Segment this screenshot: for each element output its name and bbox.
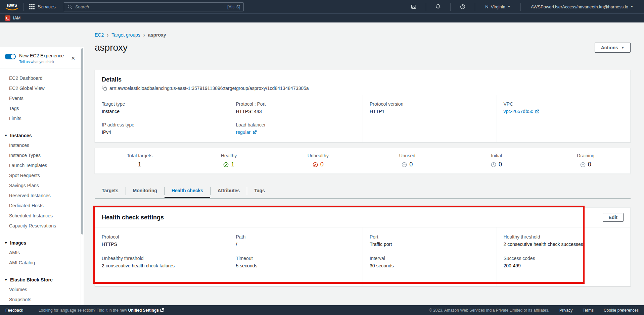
cloudshell-button[interactable] <box>407 4 420 9</box>
notifications-button[interactable] <box>431 4 445 9</box>
language-selection-note: Looking for language selection? Find it … <box>39 308 164 313</box>
sidebar-item-limits[interactable]: Limits <box>0 113 81 123</box>
sidebar-item-savings-plans[interactable]: Savings Plans <box>0 180 81 191</box>
new-experience-toggle[interactable] <box>5 54 16 59</box>
sidebar-item-launch-templates[interactable]: Launch Templates <box>0 160 81 170</box>
actions-button-label: Actions <box>601 45 618 50</box>
stat-value: 0 <box>499 161 502 168</box>
stat-unused: Unused 0 <box>363 153 452 168</box>
check-circle-icon <box>223 162 229 167</box>
sidebar-item-spot-requests[interactable]: Spot Requests <box>0 170 81 180</box>
x-circle-icon <box>313 162 318 167</box>
health-timeout-label: Timeout <box>236 256 356 261</box>
copyright-text: © 2023, Amazon Web Services India Privat… <box>429 308 549 313</box>
stat-label: Unhealthy <box>273 153 363 158</box>
account-label: AWSPowerUserAccess/navaneeth.kn@harness.… <box>531 4 628 9</box>
details-panel: Details arn:aws:elasticloadbalancing:us-… <box>95 70 631 143</box>
tab-bar: TargetsMonitoringHealth checksAttributes… <box>95 184 631 199</box>
details-protocol-version-label: Protocol version <box>370 101 490 107</box>
stat-label: Unused <box>363 153 452 158</box>
sidebar-item-ec2-dashboard[interactable]: EC2 Dashboard <box>0 73 81 83</box>
sidebar-item-ami-catalog[interactable]: AMI Catalog <box>0 258 81 268</box>
sidebar-item-capacity-reservations[interactable]: Capacity Reservations <box>0 221 81 231</box>
sidebar-item-tags[interactable]: Tags <box>0 103 81 113</box>
unified-settings-link[interactable]: Unified Settings <box>128 308 159 313</box>
search-input[interactable] <box>75 4 225 9</box>
nav-divider <box>24 3 24 11</box>
chevron-down-icon: ▼ <box>4 278 8 281</box>
details-load-balancer-label: Load balancer <box>236 122 356 127</box>
health-check-section: Health check settings Edit ProtocolHTTPS… <box>95 207 631 286</box>
tab-monitoring[interactable]: Monitoring <box>126 184 164 198</box>
details-vpc-link[interactable]: vpc-2657db5c <box>504 109 533 114</box>
copy-icon[interactable] <box>102 86 107 91</box>
actions-button[interactable]: Actions ▼ <box>595 43 631 53</box>
stat-initial: Initial 0 <box>452 153 541 168</box>
aws-logo[interactable]: aws <box>6 2 18 11</box>
recent-service-link[interactable]: IAM <box>13 16 20 20</box>
stat-total-targets: Total targets 1 <box>95 153 184 168</box>
sidebar-item-ec2-global-view[interactable]: EC2 Global View <box>0 83 81 93</box>
sidebar-item-instance-types[interactable]: Instance Types <box>0 150 81 160</box>
close-icon[interactable]: ✕ <box>71 56 75 61</box>
footer-link-privacy[interactable]: Privacy <box>559 308 572 313</box>
services-menu-button[interactable]: Services <box>29 4 56 9</box>
console-footer: Feedback Looking for language selection?… <box>0 305 644 315</box>
stat-value: 0 <box>320 161 324 168</box>
health-check-title: Health check settings <box>102 214 164 221</box>
region-selector[interactable]: N. Virginia ▼ <box>480 4 515 9</box>
sidebar-item-instances[interactable]: Instances <box>0 140 81 150</box>
tab-health-checks[interactable]: Health checks <box>165 184 210 198</box>
health-unhealthy-threshold-value: 2 consecutive health check failures <box>102 263 175 268</box>
global-search[interactable]: [Alt+S] <box>64 2 244 11</box>
stat-label: Initial <box>452 153 541 158</box>
bell-icon <box>435 4 441 9</box>
footer-link-terms[interactable]: Terms <box>583 308 594 313</box>
sidebar-item-amis[interactable]: AMIs <box>0 248 81 258</box>
sidebar-item-snapshots[interactable]: Snapshots <box>0 295 81 305</box>
search-shortcut: [Alt+S] <box>227 4 240 9</box>
details-load-balancer-link[interactable]: regular <box>236 129 251 135</box>
breadcrumb-link-ec2[interactable]: EC2 <box>95 32 104 38</box>
sidebar-section-images[interactable]: ▼Images <box>0 238 81 248</box>
details-title: Details <box>102 76 624 83</box>
aws-smile-icon <box>6 8 18 11</box>
sidebar-section-instances[interactable]: ▼Instances <box>0 131 81 140</box>
external-link-icon <box>252 130 257 135</box>
sidebar: New EC2 Experience Tell us what you thin… <box>0 22 84 305</box>
details-ip-address-type-value: IPv4 <box>102 129 111 135</box>
sidebar-section-elastic-block-store[interactable]: ▼Elastic Block Store <box>0 275 81 284</box>
sidebar-item-reserved-instances[interactable]: Reserved Instances <box>0 191 81 201</box>
page-title: asproxy <box>95 42 128 53</box>
edit-button[interactable]: Edit <box>603 213 624 222</box>
sidebar-scrollbar[interactable] <box>81 47 84 305</box>
help-button[interactable] <box>456 4 469 9</box>
breadcrumb-link-target-groups[interactable]: Target groups <box>111 32 140 38</box>
stat-healthy: Healthy 1 <box>184 153 274 168</box>
sidebar-item-dedicated-hosts[interactable]: Dedicated Hosts <box>0 201 81 211</box>
language-prompt: Looking for language selection? Find it … <box>39 308 128 313</box>
new-experience-title: New EC2 Experience <box>19 53 64 58</box>
new-experience-feedback-link[interactable]: Tell us what you think <box>19 60 64 64</box>
stat-value: 1 <box>231 161 234 168</box>
external-link-icon <box>160 308 164 312</box>
chevron-down-icon: ▼ <box>4 242 8 245</box>
tab-attributes[interactable]: Attributes <box>211 184 247 198</box>
sidebar-scrollbar-thumb[interactable] <box>81 48 83 234</box>
ellipsis-circle-icon <box>402 162 407 167</box>
sidebar-item-volumes[interactable]: Volumes <box>0 284 81 295</box>
sidebar-item-scheduled-instances[interactable]: Scheduled Instances <box>0 211 81 221</box>
details-protocol-port-label: Protocol : Port <box>236 101 356 107</box>
health-protocol-value: HTTPS <box>102 242 117 247</box>
footer-link-cookie-preferences[interactable]: Cookie preferences <box>604 308 639 313</box>
details-target-type-value: Instance <box>102 109 120 114</box>
top-right-controls: N. Virginia ▼ AWSPowerUserAccess/navanee… <box>407 3 638 11</box>
stat-value: 0 <box>409 161 413 168</box>
sidebar-item-events[interactable]: Events <box>0 93 81 103</box>
tab-targets[interactable]: Targets <box>95 184 126 198</box>
health-path-value: / <box>236 242 237 247</box>
tab-tags[interactable]: Tags <box>247 184 272 198</box>
stat-label: Healthy <box>184 153 274 158</box>
account-menu[interactable]: AWSPowerUserAccess/navaneeth.kn@harness.… <box>526 4 638 9</box>
feedback-link[interactable]: Feedback <box>5 308 23 313</box>
